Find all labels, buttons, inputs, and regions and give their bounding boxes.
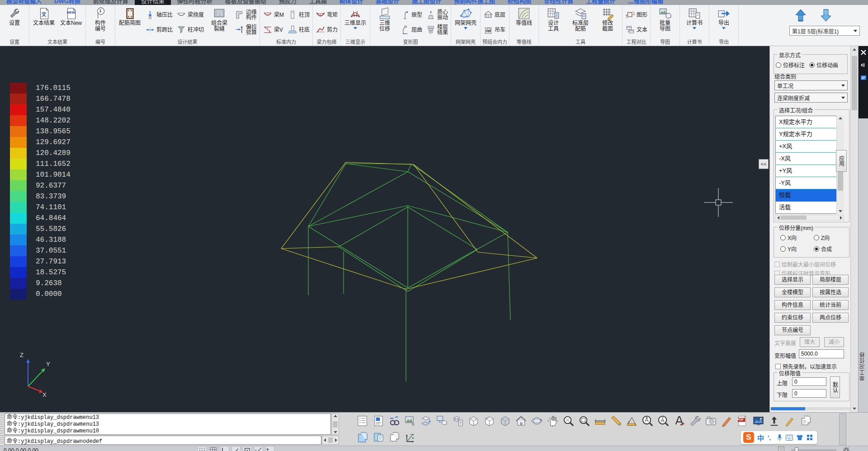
panel-button-按属性选[interactable]: 按属性选 xyxy=(812,287,849,297)
command-grip[interactable] xyxy=(0,413,4,444)
tab-弹性时程分析[interactable]: 弹性时程分析 xyxy=(171,0,219,5)
measure-diagonal-button[interactable] xyxy=(609,414,623,428)
sogou-logo[interactable]: S xyxy=(743,432,754,443)
lower-limit-input[interactable]: 0 xyxy=(792,389,826,398)
model-viewport[interactable]: 176.0115166.7478157.4840148.2202138.9565… xyxy=(0,46,769,412)
text-zoom-out-button[interactable] xyxy=(656,414,670,428)
load-case-item-恒载[interactable]: 恒载 xyxy=(776,189,844,202)
pin-panel-icon[interactable] xyxy=(860,62,867,68)
deform-amp-input[interactable]: 5000.0 xyxy=(799,349,844,358)
status-otrack-toggle[interactable] xyxy=(254,446,263,451)
measure-length-button[interactable] xyxy=(593,414,607,428)
ribbon-button-梁挠度[interactable]: 梁挠度 xyxy=(175,9,205,20)
display-panel-button[interactable] xyxy=(372,414,386,428)
ribbon-button-三维显示[interactable]: 三维显示 xyxy=(342,6,368,39)
ime-punct-icon[interactable]: ’, xyxy=(767,434,774,441)
minmax-checkbox[interactable]: 绘制最大最小层间位移 xyxy=(774,260,836,268)
ribbon-button-梁M[interactable]: 梁M xyxy=(261,9,285,20)
tab-工程量统计[interactable]: 工程量统计 xyxy=(580,0,622,5)
load-case-item--X风[interactable]: -X风 xyxy=(776,153,844,165)
ribbon-button-剪力[interactable]: 剪力 xyxy=(314,24,339,35)
panel-button-节点编号[interactable]: 节点编号 xyxy=(774,325,811,335)
screen-capture-button[interactable] xyxy=(751,414,765,428)
orbit-button[interactable] xyxy=(530,414,544,428)
cube-wireframe-button[interactable] xyxy=(467,414,481,428)
find-text-button[interactable] xyxy=(387,414,401,428)
ribbon-button-振型[interactable]: 振型 xyxy=(399,9,424,20)
pdf-export-button[interactable]: PDF xyxy=(736,414,750,428)
ribbon-button-柱底[interactable]: 柱底 xyxy=(286,24,311,35)
ribbon-button-文本New[interactable]: NEW文本New xyxy=(58,6,84,39)
annotate-pencil-button[interactable] xyxy=(720,414,734,428)
tab-前处理及计算[interactable]: 前处理及计算 xyxy=(87,0,135,5)
ribbon-button-网架网壳[interactable]: 网架网壳 xyxy=(453,6,479,39)
ribbon-button-计算书[interactable]: 计算书 xyxy=(681,6,708,39)
tab-模型荷载输入[interactable]: 模型荷载输入 xyxy=(0,0,48,5)
ribbon-button-质心振动[interactable]: 质心 振动 xyxy=(425,9,449,21)
paste-blue-button[interactable] xyxy=(372,430,386,444)
axis-move-button[interactable] xyxy=(403,430,417,444)
panel-vscrollbar[interactable] xyxy=(850,46,858,412)
edit-pencil-button[interactable] xyxy=(783,414,797,428)
export-up-button[interactable] xyxy=(767,414,781,428)
command-input[interactable]: 命令:yjkdisplay_dspdrawnodedef xyxy=(5,436,321,445)
status-osnap-toggle[interactable] xyxy=(243,446,252,451)
image-settings-button[interactable] xyxy=(403,414,417,428)
radio-disp-component-Z向[interactable]: Z向 xyxy=(814,234,847,241)
status-grid-solid-toggle[interactable] xyxy=(209,446,218,451)
tab-基础设计[interactable]: 基础设计 xyxy=(369,0,406,5)
text-smaller-button[interactable]: 减小 xyxy=(824,337,844,347)
case-list-hscrollbar[interactable] xyxy=(775,215,844,221)
floor-selector-dropdown[interactable]: 第1层 5层(标准层1) xyxy=(789,26,860,36)
panel-button-约束位移[interactable]: 约束位移 xyxy=(774,313,811,323)
ribbon-button-边缘构件[interactable]: 边缘 构件 xyxy=(233,9,258,21)
status-zoom-slider[interactable] xyxy=(791,449,836,451)
ribbon-button-屈曲[interactable]: 屈曲 xyxy=(399,24,424,35)
status-dyn-ucs-toggle[interactable] xyxy=(265,446,274,451)
ribbon-button-吊车[interactable]: CR吊车 xyxy=(482,24,507,35)
load-case-item-+Y风[interactable]: +Y风 xyxy=(776,165,844,177)
side-tab-single-case-displacement[interactable]: 单工况位移 xyxy=(859,352,868,381)
ribbon-button-底层[interactable]: 底层 xyxy=(482,9,507,20)
ribbon-button-柱冲切[interactable]: 柱冲切 xyxy=(175,24,205,35)
tab-二维图形编辑[interactable]: 二维图形编辑 xyxy=(622,0,670,5)
ribbon-button-图形[interactable]: 图形 xyxy=(624,9,649,20)
tab-预应力[interactable]: 预应力 xyxy=(273,0,303,5)
tab-设计结果[interactable]: 设计结果 xyxy=(135,0,171,5)
apply-button[interactable]: 应用 xyxy=(836,150,847,172)
status-grid-dots-toggle[interactable] xyxy=(198,446,207,451)
snapshot-camera-button[interactable] xyxy=(704,414,718,428)
ime-toolbox-icon[interactable] xyxy=(807,434,813,441)
ribbon-button-柱顶[interactable]: 柱顶 xyxy=(286,9,311,20)
load-case-item-+X风[interactable]: +X风 xyxy=(776,141,844,153)
tab-施工图设计[interactable]: 施工图设计 xyxy=(406,0,448,5)
ribbon-button-修改截面[interactable]: 修改 截面 xyxy=(594,6,621,39)
measure-angle-button[interactable] xyxy=(625,414,639,428)
display-settings-button[interactable] xyxy=(356,414,370,428)
stiffness-select[interactable]: 连梁刚度折减 xyxy=(774,93,848,103)
panel-button-选择显示[interactable]: 选择显示 xyxy=(774,275,811,285)
radio-disp-component-X向[interactable]: X向 xyxy=(780,234,814,241)
tab-工具箱[interactable]: 工具箱 xyxy=(303,0,333,5)
layer-flatten-button[interactable] xyxy=(419,414,433,428)
copy-docs-button[interactable] xyxy=(799,414,813,428)
tab-DWG转换[interactable]: DWG转换 xyxy=(48,0,87,5)
pan-hand-button[interactable] xyxy=(546,414,560,428)
ribbon-button-偏拉验算[interactable]: 偏拉 验算 xyxy=(233,24,258,36)
panel-button-两点位移[interactable]: 两点位移 xyxy=(812,313,849,323)
ribbon-button-梁V[interactable]: 梁V xyxy=(261,24,285,35)
tab-楼板及设备振动[interactable]: 楼板及设备振动 xyxy=(219,0,273,5)
text-style-button[interactable] xyxy=(672,414,686,428)
load-case-item-活载[interactable]: 活载 xyxy=(776,202,844,214)
tab-非线性计算[interactable]: 非线性计算 xyxy=(538,0,580,5)
ime-keyboard-icon[interactable] xyxy=(786,435,793,441)
floor-down-button[interactable] xyxy=(819,8,833,23)
ribbon-button-标准层配筋[interactable]: 标准层 配筋 xyxy=(567,6,594,39)
ribbon-button-构件编号[interactable]: 1构件 编号 xyxy=(87,6,113,39)
floor-up-button[interactable] xyxy=(794,8,807,23)
status-panel-icon[interactable] xyxy=(778,446,785,451)
command-history[interactable]: 命令:yjkdisplay_dspdrawmenu13命令:yjkdisplay… xyxy=(5,413,331,435)
case-type-select[interactable]: 单工况 xyxy=(774,80,848,90)
ribbon-button-三维位移[interactable]: 三维 位移 xyxy=(372,6,398,39)
text-larger-button[interactable]: 增大 xyxy=(800,337,820,347)
